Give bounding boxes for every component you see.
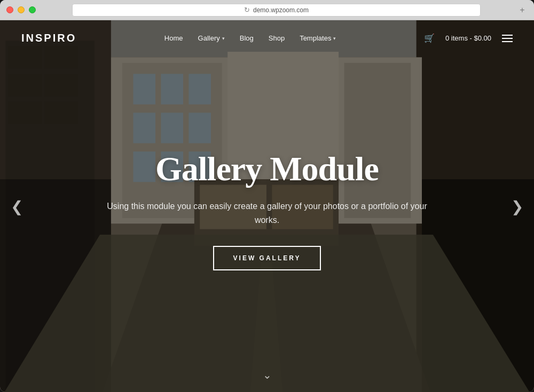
website-content: INSPIRO Home Gallery ▾ Blog Shop Templat… <box>0 20 534 392</box>
browser-titlebar: ↻ demo.wpzoom.com + <box>0 0 534 20</box>
hamburger-menu[interactable] <box>502 35 513 42</box>
hamburger-line-1 <box>502 35 513 36</box>
minimize-button[interactable] <box>18 6 25 13</box>
hamburger-line-3 <box>502 41 513 42</box>
nav-shop[interactable]: Shop <box>269 34 285 42</box>
hero-subtitle: Using this module you can easily create … <box>96 199 438 227</box>
new-tab-button[interactable]: + <box>517 5 528 15</box>
site-logo[interactable]: INSPIRO <box>21 32 76 44</box>
reload-icon[interactable]: ↻ <box>244 6 250 14</box>
hero-content: Gallery Module Using this module you can… <box>0 56 534 364</box>
hamburger-line-2 <box>502 38 513 39</box>
view-gallery-button[interactable]: VIEW GALLERY <box>213 246 321 270</box>
url-bar[interactable]: ↻ demo.wpzoom.com <box>72 4 481 17</box>
url-text: demo.wpzoom.com <box>253 6 309 14</box>
close-button[interactable] <box>6 6 13 13</box>
nav-links: Home Gallery ▾ Blog Shop Templates ▾ <box>164 34 336 42</box>
nav-right: 🛒 0 items - $0.00 <box>424 33 513 43</box>
nav-home[interactable]: Home <box>164 34 183 42</box>
hero-title: Gallery Module <box>155 149 379 189</box>
templates-chevron-icon: ▾ <box>333 36 336 41</box>
nav-templates[interactable]: Templates ▾ <box>300 34 336 42</box>
cart-icon: 🛒 <box>424 33 435 43</box>
next-slide-button[interactable]: ❯ <box>511 197 523 215</box>
scroll-indicator[interactable]: ⌄ <box>263 369 272 381</box>
nav-gallery[interactable]: Gallery ▾ <box>198 34 225 42</box>
browser-window: ↻ demo.wpzoom.com + <box>0 0 534 392</box>
maximize-button[interactable] <box>29 6 36 13</box>
gallery-chevron-icon: ▾ <box>222 36 225 41</box>
navigation: INSPIRO Home Gallery ▾ Blog Shop Templat… <box>0 20 534 56</box>
cart-label[interactable]: 0 items - $0.00 <box>445 34 491 42</box>
nav-blog[interactable]: Blog <box>240 34 254 42</box>
